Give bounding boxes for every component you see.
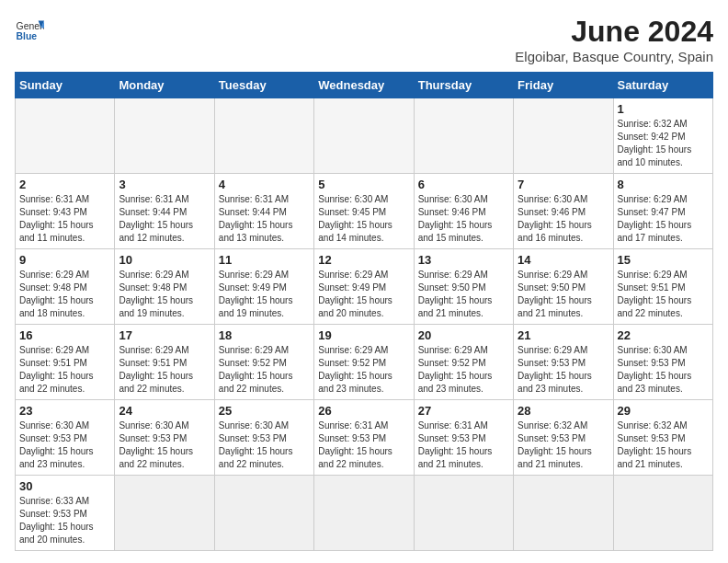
calendar-week-row: 2Sunrise: 6:31 AM Sunset: 9:43 PM Daylig… [16, 174, 713, 249]
calendar-day-cell: 21Sunrise: 6:29 AM Sunset: 9:53 PM Dayli… [514, 325, 613, 400]
day-info: Sunrise: 6:30 AM Sunset: 9:46 PM Dayligh… [418, 193, 509, 245]
weekday-header-saturday: Saturday [613, 73, 712, 98]
location-subtitle: Elgoibar, Basque Country, Spain [515, 49, 713, 64]
day-number: 13 [418, 253, 509, 267]
weekday-header-sunday: Sunday [16, 73, 115, 98]
calendar-day-cell: 7Sunrise: 6:30 AM Sunset: 9:46 PM Daylig… [514, 174, 613, 249]
calendar-day-cell: 16Sunrise: 6:29 AM Sunset: 9:51 PM Dayli… [16, 325, 115, 400]
day-number: 19 [318, 328, 409, 342]
svg-text:Blue: Blue [17, 31, 38, 41]
page-header: General Blue General Blue June 2024 Elgo… [15, 15, 713, 64]
calendar-week-row: 9Sunrise: 6:29 AM Sunset: 9:48 PM Daylig… [16, 249, 713, 325]
calendar-day-cell: 30Sunrise: 6:33 AM Sunset: 9:53 PM Dayli… [16, 476, 115, 551]
calendar-day-cell: 18Sunrise: 6:29 AM Sunset: 9:52 PM Dayli… [214, 325, 313, 400]
day-number: 11 [219, 253, 310, 267]
calendar-day-cell: 23Sunrise: 6:30 AM Sunset: 9:53 PM Dayli… [16, 400, 115, 476]
calendar-day-cell: 4Sunrise: 6:31 AM Sunset: 9:44 PM Daylig… [214, 174, 313, 249]
calendar-day-cell: 2Sunrise: 6:31 AM Sunset: 9:43 PM Daylig… [16, 174, 115, 249]
calendar-day-cell: 5Sunrise: 6:30 AM Sunset: 9:45 PM Daylig… [314, 174, 414, 249]
calendar-day-cell: 6Sunrise: 6:30 AM Sunset: 9:46 PM Daylig… [414, 174, 513, 249]
calendar-day-cell [314, 476, 414, 551]
day-number: 14 [518, 253, 609, 267]
calendar-day-cell: 15Sunrise: 6:29 AM Sunset: 9:51 PM Dayli… [613, 249, 712, 325]
calendar-day-cell [414, 98, 513, 174]
calendar-day-cell: 14Sunrise: 6:29 AM Sunset: 9:50 PM Dayli… [514, 249, 613, 325]
day-info: Sunrise: 6:30 AM Sunset: 9:46 PM Dayligh… [518, 193, 609, 245]
day-number: 22 [618, 328, 709, 342]
day-info: Sunrise: 6:29 AM Sunset: 9:49 PM Dayligh… [318, 269, 409, 320]
day-number: 5 [318, 178, 409, 191]
day-info: Sunrise: 6:29 AM Sunset: 9:48 PM Dayligh… [119, 269, 210, 320]
calendar-day-cell [613, 476, 712, 551]
day-info: Sunrise: 6:30 AM Sunset: 9:53 PM Dayligh… [219, 419, 310, 471]
day-number: 2 [19, 178, 110, 191]
day-number: 29 [618, 404, 709, 418]
day-number: 10 [119, 253, 210, 267]
calendar-day-cell: 9Sunrise: 6:29 AM Sunset: 9:48 PM Daylig… [16, 249, 115, 325]
day-info: Sunrise: 6:29 AM Sunset: 9:51 PM Dayligh… [119, 344, 210, 396]
day-number: 23 [19, 404, 110, 418]
day-number: 24 [119, 404, 210, 418]
day-info: Sunrise: 6:30 AM Sunset: 9:45 PM Dayligh… [318, 193, 409, 245]
day-info: Sunrise: 6:31 AM Sunset: 9:53 PM Dayligh… [418, 419, 509, 471]
calendar-day-cell: 20Sunrise: 6:29 AM Sunset: 9:52 PM Dayli… [414, 325, 513, 400]
title-block: June 2024 Elgoibar, Basque Country, Spai… [515, 15, 713, 64]
day-info: Sunrise: 6:30 AM Sunset: 9:53 PM Dayligh… [618, 344, 709, 396]
calendar-day-cell [115, 98, 214, 174]
day-info: Sunrise: 6:29 AM Sunset: 9:52 PM Dayligh… [219, 344, 310, 396]
weekday-header-thursday: Thursday [414, 73, 513, 98]
day-number: 12 [318, 253, 409, 267]
calendar-day-cell: 1Sunrise: 6:32 AM Sunset: 9:42 PM Daylig… [613, 98, 712, 174]
day-number: 20 [418, 328, 509, 342]
day-number: 18 [219, 328, 310, 342]
day-number: 16 [19, 328, 110, 342]
day-info: Sunrise: 6:31 AM Sunset: 9:44 PM Dayligh… [119, 193, 210, 245]
day-number: 28 [518, 404, 609, 418]
day-info: Sunrise: 6:31 AM Sunset: 9:44 PM Dayligh… [219, 193, 310, 245]
day-number: 27 [418, 404, 509, 418]
day-info: Sunrise: 6:29 AM Sunset: 9:50 PM Dayligh… [418, 269, 509, 320]
calendar-day-cell: 8Sunrise: 6:29 AM Sunset: 9:47 PM Daylig… [613, 174, 712, 249]
weekday-header-friday: Friday [514, 73, 613, 98]
calendar-day-cell: 22Sunrise: 6:30 AM Sunset: 9:53 PM Dayli… [613, 325, 712, 400]
day-info: Sunrise: 6:29 AM Sunset: 9:51 PM Dayligh… [19, 344, 110, 396]
calendar-week-row: 16Sunrise: 6:29 AM Sunset: 9:51 PM Dayli… [16, 325, 713, 400]
day-number: 1 [618, 102, 709, 116]
day-number: 8 [618, 178, 709, 191]
calendar-day-cell: 19Sunrise: 6:29 AM Sunset: 9:52 PM Dayli… [314, 325, 414, 400]
calendar-week-row: 1Sunrise: 6:32 AM Sunset: 9:42 PM Daylig… [16, 98, 713, 174]
calendar-day-cell: 12Sunrise: 6:29 AM Sunset: 9:49 PM Dayli… [314, 249, 414, 325]
weekday-header-row: SundayMondayTuesdayWednesdayThursdayFrid… [16, 73, 713, 98]
calendar-day-cell: 25Sunrise: 6:30 AM Sunset: 9:53 PM Dayli… [214, 400, 313, 476]
day-info: Sunrise: 6:32 AM Sunset: 9:53 PM Dayligh… [618, 419, 709, 471]
calendar-day-cell [214, 98, 313, 174]
month-year-title: June 2024 [515, 15, 713, 49]
calendar-day-cell [514, 476, 613, 551]
day-number: 21 [518, 328, 609, 342]
weekday-header-tuesday: Tuesday [214, 73, 313, 98]
calendar-day-cell: 3Sunrise: 6:31 AM Sunset: 9:44 PM Daylig… [115, 174, 214, 249]
day-info: Sunrise: 6:29 AM Sunset: 9:52 PM Dayligh… [418, 344, 509, 396]
day-info: Sunrise: 6:31 AM Sunset: 9:53 PM Dayligh… [318, 419, 409, 471]
day-number: 26 [318, 404, 409, 418]
calendar-day-cell: 10Sunrise: 6:29 AM Sunset: 9:48 PM Dayli… [115, 249, 214, 325]
calendar-day-cell: 27Sunrise: 6:31 AM Sunset: 9:53 PM Dayli… [414, 400, 513, 476]
calendar-day-cell: 24Sunrise: 6:30 AM Sunset: 9:53 PM Dayli… [115, 400, 214, 476]
day-number: 30 [19, 479, 110, 493]
day-info: Sunrise: 6:32 AM Sunset: 9:42 PM Dayligh… [618, 118, 709, 169]
calendar-day-cell: 17Sunrise: 6:29 AM Sunset: 9:51 PM Dayli… [115, 325, 214, 400]
day-info: Sunrise: 6:29 AM Sunset: 9:49 PM Dayligh… [219, 269, 310, 320]
day-number: 17 [119, 328, 210, 342]
day-info: Sunrise: 6:32 AM Sunset: 9:53 PM Dayligh… [518, 419, 609, 471]
day-number: 15 [618, 253, 709, 267]
day-info: Sunrise: 6:30 AM Sunset: 9:53 PM Dayligh… [119, 419, 210, 471]
day-info: Sunrise: 6:33 AM Sunset: 9:53 PM Dayligh… [19, 495, 110, 546]
weekday-header-monday: Monday [115, 73, 214, 98]
calendar-day-cell [16, 98, 115, 174]
calendar-day-cell: 26Sunrise: 6:31 AM Sunset: 9:53 PM Dayli… [314, 400, 414, 476]
day-info: Sunrise: 6:29 AM Sunset: 9:47 PM Dayligh… [618, 193, 709, 245]
calendar-day-cell: 11Sunrise: 6:29 AM Sunset: 9:49 PM Dayli… [214, 249, 313, 325]
calendar-day-cell [214, 476, 313, 551]
logo: General Blue General Blue [15, 15, 44, 44]
calendar-day-cell: 13Sunrise: 6:29 AM Sunset: 9:50 PM Dayli… [414, 249, 513, 325]
